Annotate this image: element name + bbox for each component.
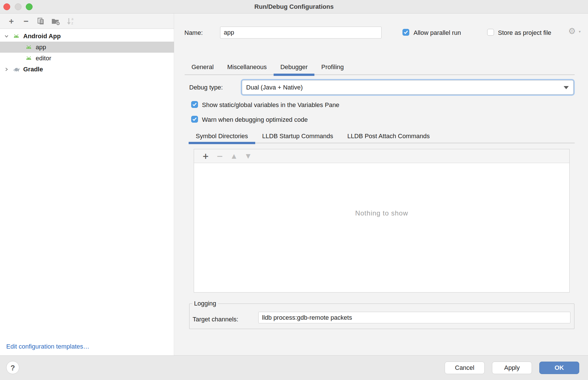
- tree-item-label: app: [0, 44, 46, 51]
- run-debug-configurations-dialog: Run/Debug Configurations + −: [0, 0, 588, 380]
- debug-type-value: Dual (Java + Native): [246, 84, 303, 91]
- move-up-button[interactable]: ▲: [227, 151, 241, 161]
- store-settings-gear-icon[interactable]: ⚙▾: [568, 26, 578, 36]
- help-button[interactable]: ?: [6, 361, 19, 374]
- caret-down-icon: ▾: [579, 27, 581, 37]
- configurations-sidebar: + −: [0, 14, 174, 355]
- debug-type-label: Debug type:: [189, 84, 223, 91]
- dialog-footer: ? Cancel Apply OK: [0, 355, 588, 380]
- check-icon: [403, 30, 408, 35]
- check-icon: [192, 117, 197, 121]
- plus-icon: +: [202, 151, 209, 161]
- tab-lldb-startup-commands[interactable]: LLDB Startup Commands: [255, 130, 340, 143]
- footer-buttons: Cancel Apply OK: [445, 362, 579, 374]
- move-down-button[interactable]: ▼: [241, 151, 255, 161]
- configuration-editor-panel: Name: Allow parallel run Store as projec…: [174, 14, 588, 355]
- configurations-tree: Android App app: [0, 31, 174, 75]
- apply-button[interactable]: Apply: [492, 362, 532, 374]
- symbol-directories-panel: + − ▲ ▼ Nothing to show: [194, 149, 570, 293]
- minus-icon: −: [24, 17, 29, 25]
- tab-miscellaneous[interactable]: Miscellaneous: [220, 60, 273, 74]
- tree-item-app[interactable]: app: [0, 42, 174, 53]
- android-icon: [25, 54, 33, 62]
- sort-configurations-button[interactable]: a z: [63, 16, 78, 26]
- edit-configuration-templates-link[interactable]: Edit configuration templates…: [6, 343, 90, 350]
- tree-item-android-app[interactable]: Android App: [0, 31, 174, 42]
- empty-list-placeholder: Nothing to show: [194, 209, 569, 217]
- new-folder-icon: [51, 17, 60, 25]
- tab-profiling[interactable]: Profiling: [314, 60, 350, 74]
- symbol-directories-toolbar: + − ▲ ▼: [194, 149, 569, 163]
- chevron-right-icon[interactable]: [3, 66, 10, 72]
- allow-parallel-run-label: Allow parallel run: [414, 29, 461, 37]
- warn-optimized-code-label: Warn when debugging optimized code: [202, 116, 308, 123]
- svg-text:z: z: [71, 21, 73, 25]
- triangle-down-icon: ▼: [246, 153, 250, 159]
- tab-general[interactable]: General: [185, 60, 220, 74]
- gradle-icon: [12, 65, 20, 73]
- plus-icon: +: [9, 17, 14, 25]
- remove-configuration-button[interactable]: −: [19, 16, 33, 26]
- show-static-variables-label: Show static/global variables in the Vari…: [202, 101, 339, 109]
- target-channels-input[interactable]: [258, 312, 570, 323]
- ok-button[interactable]: OK: [539, 362, 579, 374]
- copy-icon: [37, 17, 45, 25]
- tab-lldb-post-attach-commands[interactable]: LLDB Post Attach Commands: [340, 130, 437, 143]
- add-directory-button[interactable]: +: [199, 151, 213, 161]
- name-input[interactable]: [220, 27, 382, 39]
- lldb-subtabs: Symbol Directories LLDB Startup Commands…: [189, 130, 575, 143]
- tab-symbol-directories[interactable]: Symbol Directories: [189, 130, 255, 143]
- target-channels-label: Target channels:: [193, 316, 238, 323]
- configuration-tabs: General Miscellaneous Debugger Profiling: [185, 60, 575, 75]
- minus-icon: −: [216, 151, 223, 161]
- check-icon: [192, 102, 197, 107]
- dropdown-arrow-icon: [564, 86, 569, 89]
- tree-item-gradle[interactable]: Gradle: [0, 64, 174, 75]
- window-title: Run/Debug Configurations: [0, 0, 588, 14]
- svg-text:a: a: [71, 17, 73, 21]
- debug-type-dropdown[interactable]: Dual (Java + Native): [242, 80, 574, 95]
- copy-configuration-button[interactable]: [33, 16, 48, 26]
- warn-optimized-code-checkbox[interactable]: [191, 116, 198, 123]
- logging-group: Logging Target channels:: [189, 300, 574, 329]
- new-folder-button[interactable]: [48, 16, 63, 26]
- cancel-button[interactable]: Cancel: [445, 362, 485, 374]
- store-as-project-file-checkbox[interactable]: [487, 29, 494, 36]
- name-label: Name:: [184, 29, 203, 37]
- sort-az-icon: a z: [66, 17, 74, 25]
- sidebar-toolbar: + −: [0, 14, 174, 29]
- add-configuration-button[interactable]: +: [4, 16, 19, 26]
- tree-item-editor[interactable]: editor: [0, 53, 174, 64]
- android-icon: [25, 43, 33, 51]
- title-bar: Run/Debug Configurations: [0, 0, 588, 14]
- logging-group-title: Logging: [192, 300, 218, 307]
- allow-parallel-run-checkbox[interactable]: [402, 29, 409, 36]
- tab-debugger[interactable]: Debugger: [274, 60, 315, 74]
- store-as-project-file-label: Store as project file: [498, 29, 551, 37]
- show-static-variables-checkbox[interactable]: [191, 101, 198, 108]
- chevron-down-icon[interactable]: [3, 33, 10, 39]
- remove-directory-button[interactable]: −: [213, 151, 227, 161]
- android-icon: [12, 32, 20, 40]
- triangle-up-icon: ▲: [232, 153, 236, 159]
